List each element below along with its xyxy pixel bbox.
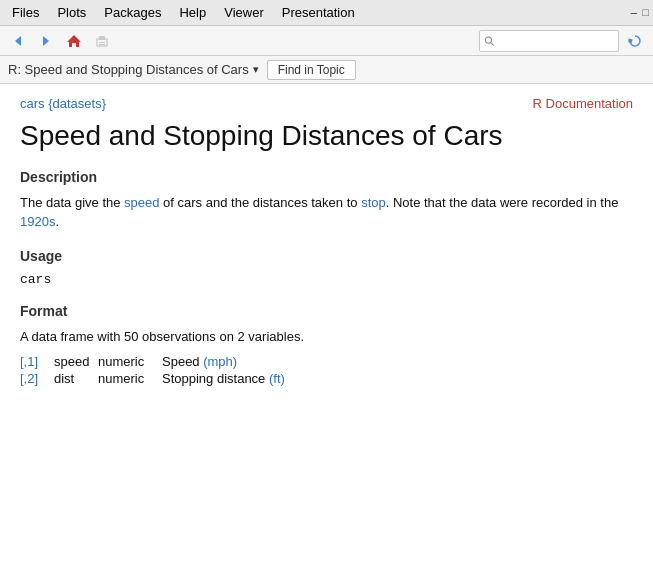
content-area[interactable]: cars {datasets} R Documentation Speed an… — [0, 84, 653, 577]
svg-rect-6 — [99, 44, 105, 45]
menu-plots[interactable]: Plots — [49, 3, 94, 22]
search-icon — [484, 35, 495, 47]
address-bar: R: Speed and Stopping Distances of Cars … — [0, 56, 653, 84]
svg-marker-0 — [15, 36, 21, 46]
description-heading: Description — [20, 169, 633, 185]
svg-rect-5 — [99, 42, 105, 43]
svg-rect-4 — [99, 36, 105, 40]
format-desc-2: Stopping distance (ft) — [162, 371, 285, 386]
desc-link-stop[interactable]: stop — [361, 195, 386, 210]
menu-help[interactable]: Help — [171, 3, 214, 22]
toolbar — [0, 26, 653, 56]
back-button[interactable] — [6, 29, 30, 53]
desc-text-before: The data give the — [20, 195, 124, 210]
forward-button[interactable] — [34, 29, 58, 53]
search-input[interactable] — [499, 34, 614, 48]
forward-icon — [39, 34, 53, 48]
menu-files[interactable]: Files — [4, 3, 47, 22]
refresh-icon — [628, 34, 642, 48]
search-box — [479, 30, 619, 52]
svg-marker-1 — [43, 36, 49, 46]
desc-text-mid2: . Note that the data were recorded in th… — [386, 195, 619, 210]
format-heading: Format — [20, 303, 633, 319]
dropdown-arrow-icon: ▾ — [253, 63, 259, 76]
minimize-icon[interactable]: ‒ — [630, 6, 638, 20]
format-desc-1: Speed (mph) — [162, 354, 237, 369]
refresh-button[interactable] — [623, 29, 647, 53]
print-icon — [95, 34, 109, 48]
svg-line-8 — [491, 42, 494, 45]
desc-link-speed[interactable]: speed — [124, 195, 159, 210]
r-docs-label: R Documentation — [533, 96, 633, 111]
format-type-2: numeric — [98, 371, 158, 386]
format-intro: A data frame with 50 observations on 2 v… — [20, 327, 633, 347]
menu-packages[interactable]: Packages — [96, 3, 169, 22]
format-index-2: [,2] — [20, 371, 50, 386]
format-row-2: [,2] dist numeric Stopping distance (ft) — [20, 371, 633, 386]
format-name-1[interactable]: speed — [54, 354, 94, 369]
find-topic-button[interactable]: Find in Topic — [267, 60, 356, 80]
svg-point-7 — [485, 37, 491, 43]
menu-bar: Files Plots Packages Help Viewer Present… — [0, 0, 653, 26]
description-text: The data give the speed of cars and the … — [20, 193, 633, 232]
content-wrapper: cars {datasets} R Documentation Speed an… — [0, 84, 653, 577]
format-table: [,1] speed numeric Speed (mph) [,2] dist… — [20, 354, 633, 386]
topic-label: R: Speed and Stopping Distances of Cars — [8, 62, 249, 77]
doc-title: Speed and Stopping Distances of Cars — [20, 119, 633, 153]
format-name-2[interactable]: dist — [54, 371, 94, 386]
format-index-1: [,1] — [20, 354, 50, 369]
svg-marker-2 — [67, 35, 81, 47]
desc-text-mid1: of cars and the distances taken to — [160, 195, 362, 210]
maximize-icon[interactable]: □ — [642, 6, 649, 20]
package-label[interactable]: cars {datasets} — [20, 96, 106, 111]
desc-text-end: . — [55, 214, 59, 229]
menu-presentation[interactable]: Presentation — [274, 3, 363, 22]
home-icon — [66, 33, 82, 49]
usage-code: cars — [20, 272, 633, 287]
usage-heading: Usage — [20, 248, 633, 264]
desc-link-1920s[interactable]: 1920s — [20, 214, 55, 229]
format-row-1: [,1] speed numeric Speed (mph) — [20, 354, 633, 369]
format-type-1: numeric — [98, 354, 158, 369]
doc-header: cars {datasets} R Documentation — [20, 96, 633, 111]
menu-viewer[interactable]: Viewer — [216, 3, 272, 22]
print-button[interactable] — [90, 29, 114, 53]
home-button[interactable] — [62, 29, 86, 53]
back-icon — [11, 34, 25, 48]
topic-dropdown[interactable]: R: Speed and Stopping Distances of Cars … — [8, 62, 259, 77]
